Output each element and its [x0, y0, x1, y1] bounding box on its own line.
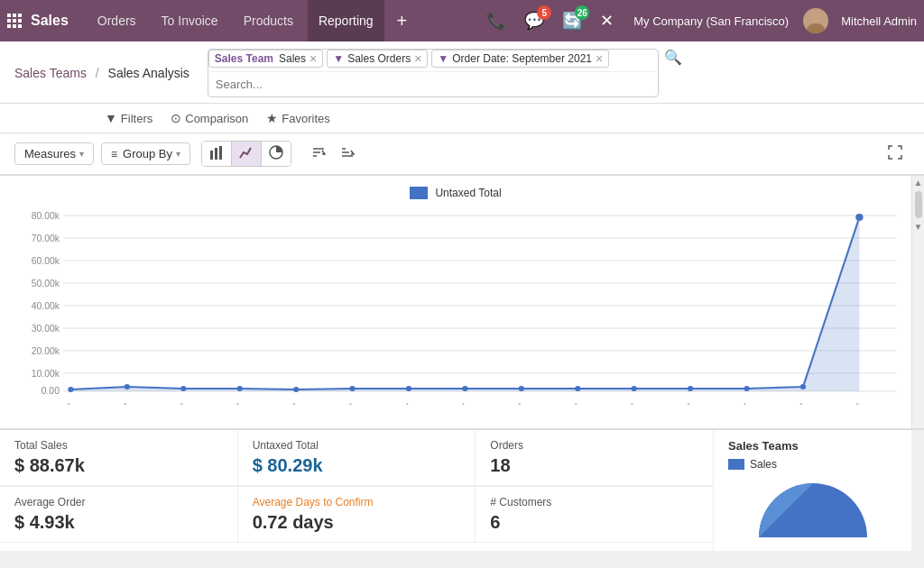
nav-reporting[interactable]: Reporting: [308, 0, 384, 41]
untaxed-total-cell: Untaxed Total $ 80.29k: [238, 430, 476, 486]
svg-rect-0: [7, 14, 11, 17]
svg-text:06 Sep 2021: 06 Sep 2021: [152, 401, 188, 405]
toolbar: Measures ▾ ≡ Group By ▾: [0, 133, 924, 175]
sales-teams-cell: Sales Teams Sales: [713, 430, 911, 551]
svg-point-68: [800, 384, 806, 389]
breadcrumb-parent[interactable]: Sales Teams: [14, 66, 87, 80]
header-bar: Sales Teams / Sales Analysis Sales Team …: [0, 41, 924, 104]
svg-rect-1: [13, 14, 16, 17]
filters-button[interactable]: ▼ Filters: [105, 109, 152, 127]
filter-icon: ▼: [105, 111, 117, 125]
phone-icon[interactable]: 📞: [481, 7, 512, 34]
svg-rect-12: [215, 148, 217, 160]
scrollbar-thumb[interactable]: [915, 191, 922, 218]
orders-cell: Orders 18: [476, 430, 713, 486]
scrollbar[interactable]: ▲ ▼: [911, 176, 924, 428]
svg-text:07 Sep 2021: 07 Sep 2021: [208, 401, 244, 405]
untaxed-total-label: Untaxed Total: [253, 439, 461, 452]
scroll-down-icon[interactable]: ▼: [912, 220, 924, 234]
customers-cell: # Customers 6: [476, 487, 713, 543]
pie-chart-icon[interactable]: [262, 142, 291, 166]
pie-legend-label: Sales: [750, 458, 777, 471]
svg-point-65: [632, 386, 637, 391]
measures-arrow-icon: ▾: [79, 149, 84, 159]
svg-text:10 Sep 2021: 10 Sep 2021: [377, 401, 413, 405]
filter-team-tag[interactable]: Sales Team Sales ×: [208, 50, 323, 68]
svg-rect-8: [18, 24, 22, 28]
pie-legend-color: [728, 459, 744, 470]
remove-orders-tag[interactable]: ×: [414, 52, 421, 65]
svg-rect-3: [7, 19, 11, 23]
bar-chart-icon[interactable]: [202, 142, 232, 166]
user-name: Mitchell Admin: [841, 14, 917, 28]
filter-orders-tag[interactable]: ▼ Sales Orders ×: [327, 50, 428, 68]
search-row[interactable]: [210, 71, 658, 96]
total-sales-value: $ 88.67k: [14, 455, 223, 476]
svg-text:60.00k: 60.00k: [32, 256, 60, 266]
svg-point-62: [462, 386, 467, 391]
svg-rect-6: [7, 24, 11, 28]
svg-point-9: [810, 12, 821, 23]
close-icon[interactable]: ✕: [595, 7, 619, 34]
svg-rect-4: [13, 19, 16, 23]
chat-icon[interactable]: 💬 5: [519, 7, 550, 34]
sales-teams-title: Sales Teams: [728, 439, 799, 453]
search-icon[interactable]: 🔍: [664, 49, 682, 66]
svg-text:15 Sep 2021: 15 Sep 2021: [659, 401, 695, 405]
line-chart-icon[interactable]: [232, 142, 262, 166]
nav-products[interactable]: Products: [233, 0, 304, 41]
avg-order-label: Average Order: [14, 496, 223, 508]
comparison-button[interactable]: ⊙ Comparison: [171, 109, 248, 127]
total-sales-cell: Total Sales $ 88.67k: [0, 430, 238, 486]
stats-scrollbar[interactable]: [911, 430, 924, 551]
svg-text:05 Sep 2021: 05 Sep 2021: [95, 401, 131, 405]
svg-point-55: [68, 387, 73, 392]
funnel-icon-2: ▼: [438, 52, 448, 65]
svg-text:14 Sep 2021: 14 Sep 2021: [602, 401, 638, 405]
svg-point-61: [406, 386, 411, 391]
measures-dropdown[interactable]: Measures ▾: [14, 142, 94, 165]
svg-point-57: [180, 386, 186, 391]
top-navigation: Sales Orders To Invoice Products Reporti…: [0, 0, 924, 41]
customers-value: 6: [490, 512, 698, 533]
scroll-up-icon[interactable]: ▲: [912, 176, 924, 189]
avg-days-value: 0.72 days: [253, 512, 461, 533]
avatar: [803, 8, 828, 33]
svg-text:17 Sep 2021: 17 Sep 2021: [771, 401, 807, 405]
comparison-icon: ⊙: [171, 111, 181, 125]
company-name: My Company (San Francisco): [633, 14, 789, 28]
nav-to-invoice[interactable]: To Invoice: [151, 0, 229, 41]
svg-point-63: [519, 386, 524, 391]
view-type-selector: [201, 141, 291, 167]
search-input[interactable]: [210, 76, 658, 93]
line-chart: 80.00k 70.00k 60.00k 50.00k 40.00k 30.00…: [14, 206, 897, 405]
funnel-icon: ▼: [333, 52, 344, 65]
lines-icon: ≡: [111, 148, 117, 160]
svg-text:08 Sep 2021: 08 Sep 2021: [264, 401, 300, 405]
favorites-button[interactable]: ★ Favorites: [266, 109, 329, 127]
svg-point-69: [855, 214, 863, 221]
svg-rect-2: [18, 14, 22, 17]
sort-desc-icon[interactable]: [335, 142, 360, 167]
remove-date-tag[interactable]: ×: [596, 52, 603, 65]
svg-point-56: [125, 384, 130, 389]
orders-value: 18: [490, 455, 698, 476]
refresh-icon[interactable]: 🔄 26: [557, 7, 587, 34]
group-by-dropdown[interactable]: ≡ Group By ▾: [101, 142, 190, 165]
svg-text:80.00k: 80.00k: [32, 211, 60, 221]
filter-date-tag[interactable]: ▼ Order Date: September 2021 ×: [431, 50, 609, 68]
total-sales-label: Total Sales: [14, 439, 223, 452]
star-icon: ★: [266, 111, 278, 125]
svg-point-59: [293, 387, 299, 392]
legend-color-swatch: [410, 187, 428, 199]
sort-asc-icon[interactable]: [306, 142, 331, 167]
filter-buttons-row: ▼ Filters ⊙ Comparison ★ Favorites: [0, 104, 924, 133]
app-grid-icon[interactable]: [7, 14, 22, 28]
avg-order-cell: Average Order $ 4.93k: [0, 487, 238, 543]
svg-point-64: [575, 386, 580, 391]
svg-point-66: [688, 386, 693, 391]
nav-add-icon[interactable]: +: [388, 11, 417, 32]
nav-orders[interactable]: Orders: [87, 0, 147, 41]
remove-sales-tag[interactable]: ×: [310, 52, 317, 65]
fullscreen-icon[interactable]: [881, 142, 910, 167]
